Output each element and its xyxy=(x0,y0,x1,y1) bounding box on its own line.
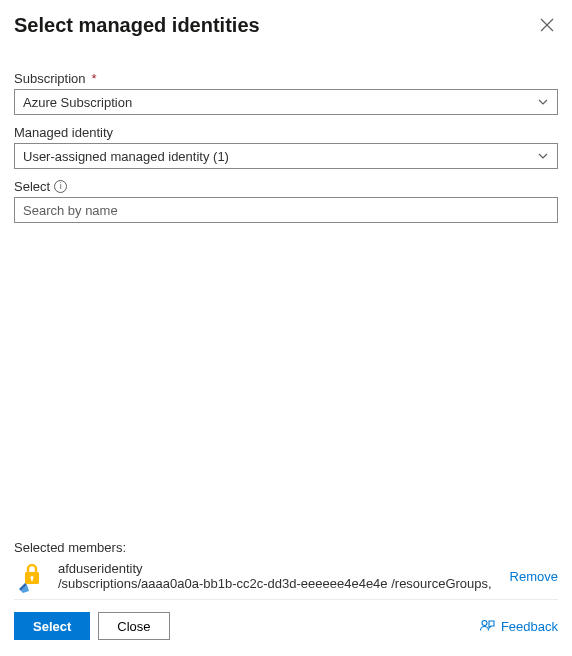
subscription-label: Subscription* xyxy=(14,71,558,86)
required-indicator: * xyxy=(92,71,97,86)
svg-point-3 xyxy=(482,621,487,626)
remove-member-link[interactable]: Remove xyxy=(510,569,558,584)
panel-footer: Select Close Feedback xyxy=(14,600,558,656)
selected-member-text: afduseridentity /subscriptions/aaaa0a0a-… xyxy=(58,561,496,591)
select-search-label-text: Select xyxy=(14,179,50,194)
subscription-value: Azure Subscription xyxy=(23,95,132,110)
panel-header: Select managed identities xyxy=(14,14,558,37)
selected-member-name: afduseridentity xyxy=(58,561,496,576)
subscription-select[interactable]: Azure Subscription xyxy=(14,89,558,115)
managed-identity-field: Managed identity User-assigned managed i… xyxy=(14,125,558,169)
managed-identity-icon xyxy=(14,559,48,593)
select-search-input[interactable] xyxy=(14,197,558,223)
select-button[interactable]: Select xyxy=(14,612,90,640)
info-icon[interactable]: i xyxy=(54,180,67,193)
panel-title: Select managed identities xyxy=(14,14,260,37)
chevron-down-icon xyxy=(537,150,549,162)
feedback-icon xyxy=(479,618,495,634)
close-button[interactable]: Close xyxy=(98,612,169,640)
managed-identity-value: User-assigned managed identity (1) xyxy=(23,149,229,164)
results-area xyxy=(14,233,558,534)
subscription-field: Subscription* Azure Subscription xyxy=(14,71,558,115)
selected-member-subtitle: /subscriptions/aaaa0a0a-bb1b-cc2c-dd3d-e… xyxy=(58,576,496,591)
feedback-link[interactable]: Feedback xyxy=(479,618,558,634)
selected-member-row: afduseridentity /subscriptions/aaaa0a0a-… xyxy=(14,557,558,600)
chevron-down-icon xyxy=(537,96,549,108)
footer-buttons: Select Close xyxy=(14,612,170,640)
feedback-label: Feedback xyxy=(501,619,558,634)
subscription-label-text: Subscription xyxy=(14,71,86,86)
select-managed-identities-panel: Select managed identities Subscription* … xyxy=(0,0,572,656)
managed-identity-select[interactable]: User-assigned managed identity (1) xyxy=(14,143,558,169)
close-icon[interactable] xyxy=(536,14,558,36)
selected-members-section: Selected members: afduseridentity /subsc… xyxy=(14,540,558,600)
select-search-label: Select i xyxy=(14,179,558,194)
managed-identity-label: Managed identity xyxy=(14,125,558,140)
selected-members-heading: Selected members: xyxy=(14,540,558,555)
svg-rect-2 xyxy=(31,578,33,581)
select-search-field: Select i xyxy=(14,179,558,223)
